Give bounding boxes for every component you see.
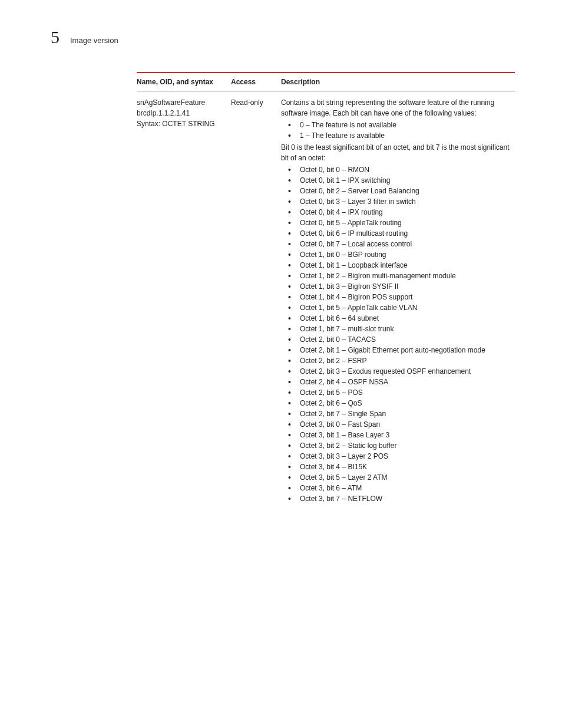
list-item: Octet 0, bit 1 – IPX switching <box>285 175 515 186</box>
cell-description: Contains a bit string representing the s… <box>281 97 515 505</box>
list-item: Octet 0, bit 0 – RMON <box>285 164 515 175</box>
document-page: 5 Image version Name, OID, and syntax Ac… <box>0 0 562 548</box>
reference-table: Name, OID, and syntax Access Description… <box>137 72 515 512</box>
list-item: Octet 2, bit 0 – TACACS <box>285 334 515 345</box>
list-item: Octet 3, bit 6 – ATM <box>285 483 515 493</box>
desc-intro: Contains a bit string representing the s… <box>281 97 515 118</box>
oid-path: brcdIp.1.1.2.1.41 <box>137 108 226 118</box>
cell-access: Read-only <box>231 97 281 108</box>
list-item: Octet 0, bit 4 – IPX routing <box>285 207 515 218</box>
list-item: Octet 0, bit 3 – Layer 3 filter in switc… <box>285 196 515 207</box>
list-item: Octet 3, bit 4 – BI15K <box>285 462 515 472</box>
list-item: Octet 3, bit 3 – Layer 2 POS <box>285 451 515 462</box>
th-access: Access <box>231 78 281 86</box>
list-item: Octet 1, bit 5 – AppleTalk cable VLAN <box>285 302 515 313</box>
list-item: Octet 2, bit 4 – OSPF NSSA <box>285 377 515 387</box>
page-header: 5 Image version <box>51 28 515 46</box>
list-item: Octet 1, bit 2 – BigIron multi-managemen… <box>285 271 515 281</box>
list-item: Octet 0, bit 5 – AppleTalk routing <box>285 218 515 228</box>
list-item: Octet 2, bit 5 – POS <box>285 387 515 398</box>
chapter-title: Image version <box>70 36 118 45</box>
oid-syntax: Syntax: OCTET STRING <box>137 118 226 129</box>
list-item: Octet 3, bit 5 – Layer 2 ATM <box>285 472 515 483</box>
list-item: Octet 2, bit 3 – Exodus requested OSPF e… <box>285 366 515 377</box>
desc-bit-note: Bit 0 is the least significant bit of an… <box>281 142 515 163</box>
list-item: Octet 3, bit 7 – NETFLOW <box>285 493 515 504</box>
list-item: Octet 3, bit 2 – Static log buffer <box>285 440 515 451</box>
chapter-number: 5 <box>51 28 59 46</box>
th-name: Name, OID, and syntax <box>137 78 231 86</box>
table-row: snAgSoftwareFeature brcdIp.1.1.2.1.41 Sy… <box>137 91 515 512</box>
oid-name: snAgSoftwareFeature <box>137 97 226 108</box>
list-item: Octet 3, bit 0 – Fast Span <box>285 419 515 430</box>
list-item: Octet 2, bit 2 – FSRP <box>285 355 515 366</box>
list-item: Octet 1, bit 0 – BGP routing <box>285 249 515 260</box>
list-item: 0 – The feature is not available <box>285 120 515 130</box>
cell-name: snAgSoftwareFeature brcdIp.1.1.2.1.41 Sy… <box>137 97 231 129</box>
list-item: Octet 1, bit 4 – BigIron POS support <box>285 292 515 302</box>
list-item: Octet 2, bit 1 – Gigabit Ethernet port a… <box>285 345 515 355</box>
list-item: Octet 1, bit 7 – multi-slot trunk <box>285 324 515 334</box>
list-item: Octet 2, bit 7 – Single Span <box>285 409 515 419</box>
list-item: Octet 1, bit 6 – 64 subnet <box>285 313 515 324</box>
list-item: Octet 0, bit 7 – Local access control <box>285 239 515 249</box>
value-list: 0 – The feature is not available1 – The … <box>281 120 515 141</box>
list-item: Octet 1, bit 3 – BigIron SYSIF II <box>285 281 515 292</box>
list-item: Octet 1, bit 1 – Loopback interface <box>285 260 515 271</box>
list-item: Octet 3, bit 1 – Base Layer 3 <box>285 430 515 440</box>
list-item: Octet 2, bit 6 – QoS <box>285 398 515 409</box>
octet-list: Octet 0, bit 0 – RMONOctet 0, bit 1 – IP… <box>281 164 515 504</box>
list-item: Octet 0, bit 6 – IP multicast routing <box>285 228 515 239</box>
list-item: Octet 0, bit 2 – Server Load Balancing <box>285 186 515 196</box>
list-item: 1 – The feature is available <box>285 130 515 141</box>
th-description: Description <box>281 78 515 86</box>
table-header-row: Name, OID, and syntax Access Description <box>137 73 515 91</box>
